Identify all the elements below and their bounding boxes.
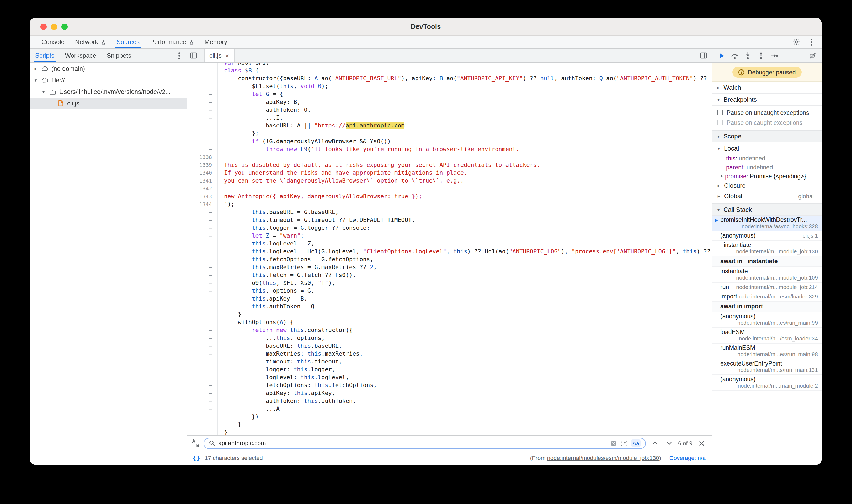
code-line[interactable]: – this.timeout = G.timeout ?? Lw.DEFAULT… bbox=[187, 216, 712, 224]
line-gutter[interactable]: – bbox=[187, 350, 217, 358]
find-next-icon[interactable] bbox=[664, 438, 674, 448]
step-into-icon[interactable] bbox=[742, 50, 753, 61]
call-stack-frame[interactable]: (anonymous)node:internal/m...es/run_main… bbox=[712, 312, 821, 328]
call-stack-frame[interactable]: executeUserEntryPointnode:internal/m...s… bbox=[712, 359, 821, 375]
call-stack-frame[interactable]: runnode:internal/m...module_job:214 bbox=[712, 283, 821, 292]
line-gutter[interactable]: – bbox=[187, 255, 217, 263]
code-line[interactable]: 1339This is disabled by default, as it r… bbox=[187, 161, 712, 169]
line-gutter[interactable]: – bbox=[187, 405, 217, 413]
code-line[interactable]: – maxRetries: this.maxRetries, bbox=[187, 350, 712, 358]
line-gutter[interactable]: – bbox=[187, 429, 217, 435]
line-gutter[interactable]: – bbox=[187, 106, 217, 114]
line-gutter[interactable]: – bbox=[187, 90, 217, 98]
clear-search-icon[interactable] bbox=[609, 439, 617, 447]
line-gutter[interactable]: – bbox=[187, 365, 217, 373]
editor-tab-cli-js[interactable]: cli.js × bbox=[204, 49, 234, 62]
line-gutter[interactable]: – bbox=[187, 63, 217, 67]
code-line[interactable]: – logger: this.logger, bbox=[187, 365, 712, 373]
code-line[interactable]: –class $B { bbox=[187, 67, 712, 74]
line-gutter[interactable]: – bbox=[187, 248, 217, 255]
more-tabs-icon[interactable] bbox=[174, 50, 184, 61]
navigator-toggle-icon[interactable] bbox=[188, 50, 199, 61]
line-gutter[interactable]: 1344 bbox=[187, 200, 217, 208]
code-line[interactable]: 1344`); bbox=[187, 200, 712, 208]
code-line[interactable]: – this.fetchOptions = G.fetchOptions, bbox=[187, 255, 712, 263]
code-line[interactable]: – let Z = "warn"; bbox=[187, 232, 712, 240]
code-line[interactable]: – fetchOptions: this.fetchOptions, bbox=[187, 381, 712, 389]
breakpoints-section-header[interactable]: ▾ Breakpoints bbox=[712, 94, 821, 106]
tree-item-cli-js[interactable]: cli.js bbox=[30, 97, 187, 109]
code-line[interactable]: – this.apiKey = B, bbox=[187, 295, 712, 303]
line-gutter[interactable]: – bbox=[187, 216, 217, 224]
line-gutter[interactable]: – bbox=[187, 358, 217, 365]
line-gutter[interactable]: – bbox=[187, 114, 217, 122]
code-line[interactable]: 1340If you understand the risks and have… bbox=[187, 169, 712, 177]
code-line[interactable]: – } bbox=[187, 420, 712, 429]
line-gutter[interactable]: – bbox=[187, 145, 217, 153]
expand-arrow-icon[interactable]: ▸ bbox=[716, 183, 721, 188]
code-line[interactable]: – if (!G.dangerouslyAllowBrowser && Ys0(… bbox=[187, 138, 712, 145]
line-gutter[interactable]: – bbox=[187, 381, 217, 389]
step-icon[interactable] bbox=[768, 50, 779, 61]
line-gutter[interactable]: – bbox=[187, 413, 217, 420]
line-gutter[interactable]: – bbox=[187, 295, 217, 303]
step-out-icon[interactable] bbox=[756, 50, 766, 61]
search-field[interactable]: (.*) Aa bbox=[203, 438, 646, 449]
deactivate-breakpoints-icon[interactable] bbox=[807, 50, 818, 61]
search-input[interactable] bbox=[218, 440, 606, 446]
code-line[interactable]: 1343new Anthropic({ apiKey, dangerouslyA… bbox=[187, 193, 712, 200]
line-gutter[interactable]: 1338 bbox=[187, 153, 217, 161]
code-line[interactable]: – ...this._options, bbox=[187, 334, 712, 342]
line-gutter[interactable]: – bbox=[187, 420, 217, 429]
line-gutter[interactable]: – bbox=[187, 67, 217, 74]
line-gutter[interactable]: – bbox=[187, 334, 217, 342]
sidebar-tab-scripts[interactable]: Scripts bbox=[30, 49, 59, 62]
line-gutter[interactable]: – bbox=[187, 373, 217, 381]
scope-variable-this[interactable]: this: undefined bbox=[712, 154, 821, 163]
code-line[interactable]: – }) bbox=[187, 413, 712, 420]
main-tab-sources[interactable]: Sources bbox=[111, 36, 145, 48]
code-line[interactable]: – $F1.set(this, void 0); bbox=[187, 82, 712, 90]
scope-section-local[interactable]: ▾Local bbox=[712, 143, 821, 154]
minimize-window-button[interactable] bbox=[51, 23, 57, 30]
breakpoint-option-pause-on-uncaught-exceptions[interactable]: Pause on uncaught exceptions bbox=[712, 108, 821, 118]
code-line[interactable]: – withOptions(A) { bbox=[187, 318, 712, 326]
tree-item-users-jinhuilee-nvm-versions-node-v2[interactable]: ▾Users/jinhuilee/.nvm/versions/node/v2..… bbox=[30, 86, 187, 97]
call-stack-section-header[interactable]: ▾ Call Stack bbox=[712, 203, 821, 216]
step-over-icon[interactable] bbox=[729, 50, 740, 61]
tab-close-icon[interactable]: × bbox=[225, 52, 229, 59]
code-line[interactable]: 1341you can set the \`dangerouslyAllowBr… bbox=[187, 177, 712, 185]
sidebar-tab-snippets[interactable]: Snippets bbox=[102, 49, 137, 62]
code-line[interactable]: – o9(this, $F1, Xs0, "f"), bbox=[187, 279, 712, 287]
code-line[interactable]: – authToken: this.authToken, bbox=[187, 397, 712, 405]
scope-variable-promise[interactable]: ▸promise: Promise {<pending>} bbox=[712, 172, 821, 180]
line-gutter[interactable]: – bbox=[187, 303, 217, 310]
expand-arrow-icon[interactable]: ▾ bbox=[716, 146, 721, 151]
line-gutter[interactable]: – bbox=[187, 318, 217, 326]
code-line[interactable]: – apiKey: this.apiKey, bbox=[187, 389, 712, 397]
line-gutter[interactable]: – bbox=[187, 271, 217, 279]
code-line[interactable]: – this.authToken = Q bbox=[187, 303, 712, 310]
settings-gear-icon[interactable] bbox=[791, 37, 802, 47]
line-gutter[interactable]: – bbox=[187, 263, 217, 271]
line-gutter[interactable]: – bbox=[187, 82, 217, 90]
call-stack-frame[interactable]: (anonymous)cli.js:1 bbox=[712, 231, 821, 241]
call-stack-frame[interactable]: importnode:internal/m...esm/loader:329 bbox=[712, 292, 821, 302]
expand-arrow-icon[interactable]: ▸ bbox=[33, 66, 38, 71]
code-line[interactable]: – authToken: Q, bbox=[187, 106, 712, 114]
replace-toggle-icon[interactable]: AB bbox=[192, 439, 200, 447]
expand-arrow-icon[interactable]: ▾ bbox=[33, 78, 38, 83]
scope-variable-parent[interactable]: parent: undefined bbox=[712, 163, 821, 172]
breakpoint-option-pause-on-caught-exceptions[interactable]: Pause on caught exceptions bbox=[712, 118, 821, 127]
line-gutter[interactable]: – bbox=[187, 129, 217, 138]
code-line[interactable]: – this.logLevel = Z, bbox=[187, 240, 712, 248]
debugger-panel-toggle-icon[interactable] bbox=[698, 50, 709, 61]
resume-script-icon[interactable] bbox=[716, 50, 727, 61]
code-line[interactable]: – baseURL: this.baseURL, bbox=[187, 342, 712, 350]
code-line[interactable]: – throw new L9(`It looks like you're run… bbox=[187, 145, 712, 153]
line-gutter[interactable]: – bbox=[187, 279, 217, 287]
source-link[interactable]: node:internal/modules/esm/module_job:130 bbox=[547, 455, 659, 461]
line-gutter[interactable]: 1341 bbox=[187, 177, 217, 185]
line-gutter[interactable]: – bbox=[187, 138, 217, 145]
main-tab-network[interactable]: Network bbox=[70, 36, 111, 48]
